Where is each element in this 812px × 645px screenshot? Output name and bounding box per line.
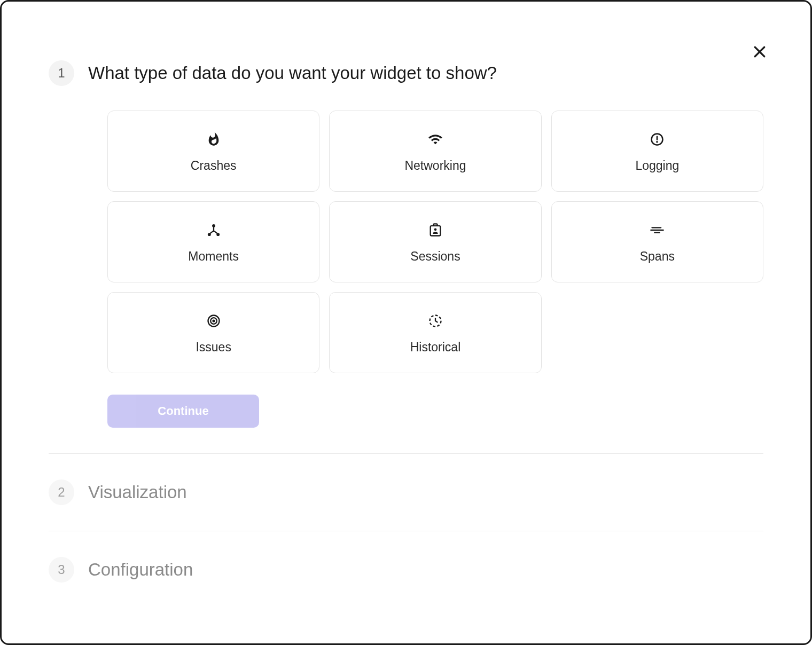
- step-1-number: 1: [49, 60, 74, 86]
- spans-icon: [650, 223, 665, 238]
- close-button[interactable]: [749, 42, 770, 63]
- wizard-content: 1 What type of data do you want your wid…: [2, 2, 810, 583]
- step-1-section: 1 What type of data do you want your wid…: [49, 60, 763, 454]
- card-crashes[interactable]: Crashes: [107, 111, 319, 192]
- card-label: Networking: [404, 159, 466, 173]
- badge-icon: [428, 223, 443, 238]
- step-3-title: Configuration: [88, 560, 193, 580]
- step-1-title: What type of data do you want your widge…: [88, 63, 497, 83]
- card-label: Sessions: [410, 249, 460, 264]
- svg-point-9: [434, 228, 437, 231]
- card-sessions[interactable]: Sessions: [329, 201, 541, 282]
- card-label: Issues: [196, 340, 231, 355]
- step-3-number: 3: [49, 557, 74, 583]
- step-2-header[interactable]: 2 Visualization: [49, 479, 763, 505]
- card-moments[interactable]: Moments: [107, 201, 319, 282]
- card-logging[interactable]: Logging: [551, 111, 763, 192]
- step-3-section: 3 Configuration: [49, 557, 763, 583]
- close-icon: [752, 44, 768, 61]
- step-2-number: 2: [49, 479, 74, 505]
- svg-point-4: [657, 141, 658, 142]
- card-label: Spans: [640, 249, 675, 264]
- card-networking[interactable]: Networking: [329, 111, 541, 192]
- fire-icon: [206, 132, 221, 147]
- card-label: Moments: [188, 249, 239, 264]
- alert-icon: [650, 132, 665, 147]
- card-label: Historical: [410, 340, 461, 355]
- step-2-title: Visualization: [88, 482, 187, 502]
- data-type-cards: Crashes Networking Log: [107, 111, 763, 373]
- step-1-header: 1 What type of data do you want your wid…: [49, 60, 763, 86]
- continue-button[interactable]: Continue: [107, 395, 259, 428]
- target-icon: [206, 313, 221, 328]
- card-historical[interactable]: Historical: [329, 292, 541, 373]
- hub-icon: [206, 223, 221, 238]
- wifi-icon: [428, 132, 443, 147]
- card-issues[interactable]: Issues: [107, 292, 319, 373]
- card-spans[interactable]: Spans: [551, 201, 763, 282]
- step-2-section: 2 Visualization: [49, 479, 763, 531]
- svg-point-15: [213, 320, 214, 321]
- svg-rect-8: [431, 225, 441, 235]
- card-label: Logging: [635, 159, 679, 173]
- step-3-header[interactable]: 3 Configuration: [49, 557, 763, 583]
- card-label: Crashes: [191, 159, 237, 173]
- history-icon: [428, 313, 443, 328]
